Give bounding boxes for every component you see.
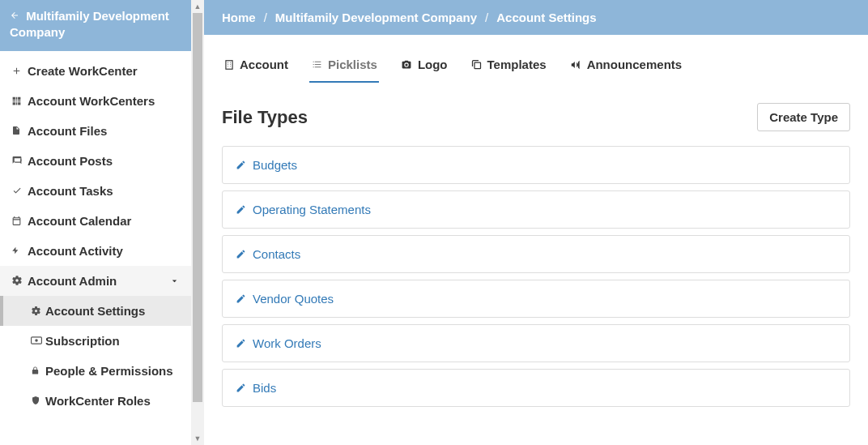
breadcrumb-separator: /: [485, 11, 488, 24]
app-root: Multifamily Development Company Create W…: [0, 0, 868, 445]
bullhorn-icon: [569, 59, 582, 71]
shield-icon: [31, 395, 44, 406]
money-icon: [31, 336, 44, 344]
camera-icon: [400, 59, 413, 70]
create-type-button[interactable]: Create Type: [757, 103, 850, 131]
comments-icon: [11, 156, 24, 166]
section-header: File Types Create Type: [222, 103, 850, 131]
nav-label: Account WorkCenters: [28, 94, 155, 108]
edit-icon[interactable]: [236, 293, 246, 304]
chevron-down-icon: [169, 276, 180, 286]
edit-icon[interactable]: [236, 249, 246, 259]
edit-icon[interactable]: [236, 383, 246, 393]
nav-label: Account Tasks: [28, 184, 113, 198]
main-area: Home / Multifamily Development Company /…: [204, 0, 868, 445]
building-icon: [223, 58, 235, 71]
nav-label: Account Posts: [28, 154, 113, 168]
file-type-name[interactable]: Operating Statements: [253, 203, 371, 216]
file-type-name[interactable]: Work Orders: [253, 336, 321, 350]
tab-templates[interactable]: Templates: [469, 51, 548, 83]
subnav-account-settings[interactable]: Account Settings: [0, 296, 191, 326]
subnav-label: Subscription: [45, 334, 120, 348]
file-type-name[interactable]: Vendor Quotes: [253, 292, 334, 306]
svg-point-1: [35, 339, 38, 342]
grid-icon: [11, 96, 24, 106]
nav-label: Account Admin: [28, 274, 117, 288]
sidebar-header[interactable]: Multifamily Development Company: [0, 0, 191, 51]
scrollbar-down-arrow[interactable]: ▼: [191, 432, 204, 445]
breadcrumb-current[interactable]: Account Settings: [496, 11, 596, 24]
sidebar: Multifamily Development Company Create W…: [0, 0, 191, 445]
edit-icon[interactable]: [236, 160, 246, 170]
bolt-icon: [11, 245, 24, 256]
nav-account-admin[interactable]: Account Admin: [0, 266, 191, 296]
subnav-people-permissions[interactable]: People & Permissions: [0, 356, 191, 386]
subnav-label: WorkCenter Roles: [45, 394, 151, 408]
nav-label: Account Calendar: [28, 214, 131, 228]
file-type-row: Contacts: [222, 235, 850, 273]
gear-icon: [31, 306, 44, 316]
content: Account Picklists Logo: [204, 35, 868, 445]
file-icon: [11, 125, 24, 136]
breadcrumb-home[interactable]: Home: [222, 11, 256, 24]
sidebar-scrollbar[interactable]: ▲ ▼: [191, 0, 204, 445]
tab-announcements[interactable]: Announcements: [568, 51, 684, 83]
nav-create-workcenter[interactable]: Create WorkCenter: [0, 56, 191, 86]
breadcrumb-company[interactable]: Multifamily Development Company: [275, 11, 477, 24]
file-type-name[interactable]: Budgets: [253, 158, 297, 172]
file-type-row: Work Orders: [222, 324, 850, 362]
file-type-row: Budgets: [222, 146, 850, 184]
scrollbar-thumb[interactable]: [193, 13, 202, 402]
tab-label: Account: [240, 58, 288, 71]
scrollbar-up-arrow[interactable]: ▲: [191, 0, 204, 13]
file-type-name[interactable]: Contacts: [253, 247, 300, 261]
back-arrow-icon: [10, 9, 23, 23]
nav-account-workcenters[interactable]: Account WorkCenters: [0, 86, 191, 116]
gears-icon: [11, 275, 24, 286]
file-type-name[interactable]: Bids: [253, 381, 276, 395]
sidebar-container: Multifamily Development Company Create W…: [0, 0, 204, 445]
file-types-list: Budgets Operating Statements Contacts: [222, 146, 850, 407]
tab-logo[interactable]: Logo: [398, 51, 449, 83]
copy-icon: [470, 58, 483, 71]
breadcrumb-separator: /: [264, 11, 267, 24]
file-type-row: Bids: [222, 369, 850, 407]
tab-label: Picklists: [328, 58, 377, 71]
tabs: Account Picklists Logo: [222, 35, 850, 83]
svg-rect-2: [226, 60, 232, 69]
check-icon: [11, 186, 24, 195]
subnav-subscription[interactable]: Subscription: [0, 326, 191, 356]
nav-label: Create WorkCenter: [28, 64, 138, 78]
svg-rect-9: [474, 62, 481, 69]
edit-icon[interactable]: [236, 338, 246, 349]
nav-account-files[interactable]: Account Files: [0, 116, 191, 146]
nav-account-activity[interactable]: Account Activity: [0, 236, 191, 266]
sidebar-nav: Create WorkCenter Account WorkCenters Ac…: [0, 51, 191, 446]
edit-icon[interactable]: [236, 204, 246, 215]
tab-label: Templates: [487, 58, 547, 71]
lock-icon: [31, 365, 44, 376]
breadcrumb: Home / Multifamily Development Company /…: [204, 0, 868, 35]
nav-account-posts[interactable]: Account Posts: [0, 146, 191, 176]
subnav-label: Account Settings: [45, 304, 145, 318]
nav-account-calendar[interactable]: Account Calendar: [0, 206, 191, 236]
nav-label: Account Activity: [28, 244, 123, 258]
plus-icon: [11, 66, 24, 76]
tab-account[interactable]: Account: [222, 51, 290, 83]
tab-label: Announcements: [587, 58, 683, 71]
company-name: Multifamily Development Company: [10, 9, 169, 39]
nav-account-tasks[interactable]: Account Tasks: [0, 176, 191, 206]
calendar-icon: [11, 216, 24, 226]
tab-label: Logo: [418, 58, 448, 71]
file-type-row: Operating Statements: [222, 190, 850, 229]
subnav-label: People & Permissions: [45, 364, 173, 378]
subnav-workcenter-roles[interactable]: WorkCenter Roles: [0, 386, 191, 416]
nav-label: Account Files: [28, 124, 107, 138]
list-icon: [311, 59, 323, 70]
tab-picklists[interactable]: Picklists: [309, 51, 379, 83]
section-title: File Types: [222, 107, 308, 128]
file-type-row: Vendor Quotes: [222, 280, 850, 318]
